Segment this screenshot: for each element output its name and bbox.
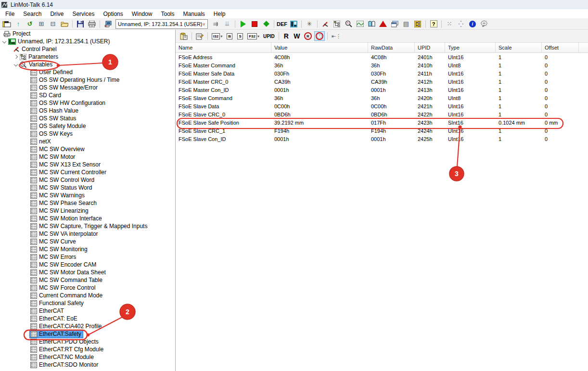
- format-f32-button[interactable]: F32▾: [246, 31, 261, 41]
- open-folder-icon[interactable]: [59, 19, 70, 29]
- tree-item-mc-sw-encoder-cam[interactable]: MC SW Encoder CAM: [0, 261, 175, 269]
- column-header-name[interactable]: Name: [176, 43, 271, 53]
- stop-icon[interactable]: [249, 19, 260, 29]
- menu-services[interactable]: Services: [68, 10, 99, 18]
- send-to-drive-icon[interactable]: ⇉: [210, 19, 221, 29]
- curves-icon[interactable]: [412, 19, 423, 29]
- tree-item-mc-sw-errors[interactable]: MC SW Errors: [0, 253, 175, 261]
- upid-button[interactable]: UPID: [262, 31, 276, 41]
- column-header-value[interactable]: Value: [271, 43, 368, 53]
- cyclic-read-icon[interactable]: 🕐: [314, 31, 325, 41]
- tree-item-os-sw-operating-hours-time[interactable]: OS SW Operating Hours / Time: [0, 76, 175, 84]
- table-row-fsoe-slave-crc-1[interactable]: FSoE Slave CRC_1F194hF194h2424hUInt1610: [176, 127, 588, 135]
- tree-item-variables[interactable]: Variables: [0, 61, 175, 68]
- save-icon[interactable]: [75, 19, 86, 29]
- tree-item-user-defined[interactable]: User Defined: [0, 68, 175, 76]
- paste-variable-icon[interactable]: [179, 31, 189, 41]
- tree-item-mc-sw-warnings[interactable]: MC SW Warnings: [0, 192, 175, 199]
- tree-item-mc-sw-force-control[interactable]: MC SW Force Control: [0, 284, 175, 292]
- menu-help[interactable]: Help: [209, 10, 230, 18]
- tree-item-netx[interactable]: netX: [0, 138, 175, 145]
- wizard-icon[interactable]: ✳: [304, 19, 315, 29]
- table-row-fsoe-slave-con-id[interactable]: FSoE Slave Con_ID0001h0001h2425hUInt1610: [176, 135, 588, 143]
- read-button[interactable]: R: [281, 31, 291, 41]
- tree-item-mc-sw-current-controller[interactable]: MC SW Current Controller: [0, 168, 175, 176]
- menu-window[interactable]: Window: [128, 10, 157, 18]
- write-button[interactable]: W: [292, 31, 302, 41]
- tree-item-ethercat-rt-cfg-module[interactable]: EtherCAT:RT Cfg Module: [0, 345, 175, 353]
- format-b-button[interactable]: B: [225, 31, 234, 41]
- table-row-fsoe-address[interactable]: FSoE Address4C08h4C08h2401hUInt1610: [176, 53, 588, 61]
- column-header-rawdata[interactable]: RawData: [368, 43, 415, 53]
- tree-item-os-sw-status[interactable]: OS SW Status: [0, 115, 175, 122]
- tree-item-ethercat-pdo-objects[interactable]: EtherCAT:PDO Objects: [0, 338, 175, 345]
- menu-search[interactable]: Search: [19, 10, 46, 18]
- tree-item-functional-safety[interactable]: Functional Safety: [0, 299, 175, 307]
- tree-item-mc-sw-curve[interactable]: MC SW Curve: [0, 238, 175, 245]
- tree-item-ethercat[interactable]: EtherCAT: [0, 307, 175, 315]
- offset-adjust-icon[interactable]: ⇤⋮: [330, 31, 343, 41]
- oscilloscope-icon[interactable]: [355, 19, 365, 29]
- import-icon[interactable]: ↑: [13, 19, 24, 29]
- tree-item-unnamed-ip-172-31-254-1-user[interactable]: Unnamed, IP: 172.31.254.1 (USER): [0, 38, 175, 45]
- network-config-icon[interactable]: ⁛: [456, 19, 466, 29]
- chevron-collapsed-icon[interactable]: [13, 55, 19, 58]
- tree-item-mc-sw-motion-interface[interactable]: MC SW Motion Interface: [0, 215, 175, 222]
- format-i32-button[interactable]: I32▾: [210, 31, 224, 41]
- tree-item-mc-sw-linearizing[interactable]: MC SW Linearizing: [0, 207, 175, 215]
- menu-drive[interactable]: Drive: [46, 10, 68, 18]
- read-once-icon[interactable]: R: [303, 31, 313, 41]
- table-row-fsoe-master-command[interactable]: FSoE Master Command36h36h2410hUInt810: [176, 61, 588, 69]
- format-s-button[interactable]: S: [235, 31, 245, 41]
- help-button[interactable]: ?: [428, 19, 439, 29]
- tree-item-mc-sw-x13-ext-sensor[interactable]: MC SW X13 Ext Sensor: [0, 161, 175, 168]
- export-icon[interactable]: ↺: [25, 19, 35, 29]
- chevron-expanded-icon[interactable]: [1, 40, 8, 43]
- tree-item-os-sw-keys[interactable]: OS SW Keys: [0, 130, 175, 138]
- tree-item-ethercat-eoe[interactable]: EtherCAT: EoE: [0, 315, 175, 322]
- info-icon[interactable]: i: [467, 19, 478, 29]
- tree-item-mc-sw-motor[interactable]: MC SW Motor: [0, 153, 175, 161]
- tree-item-ethercat-sdo-monitor[interactable]: EtherCAT:SDO Monitor: [0, 361, 175, 369]
- menu-manuals[interactable]: Manuals: [179, 10, 209, 18]
- edit-properties-icon[interactable]: [194, 31, 205, 41]
- table-row-fsoe-master-safe-data[interactable]: FSoE Master Safe Data030Fh030Fh2411hUInt…: [176, 69, 588, 77]
- tree-item-sd-card[interactable]: SD Card: [0, 91, 175, 99]
- tree-item-mc-sw-monitoring[interactable]: MC SW Monitoring: [0, 245, 175, 253]
- expand-all-icon[interactable]: ⊞: [36, 19, 47, 29]
- messages-icon[interactable]: [366, 19, 377, 29]
- column-header-type[interactable]: Type: [445, 43, 496, 53]
- tree-item-mc-sw-overview[interactable]: MC SW Overview: [0, 145, 175, 153]
- network-scan-icon[interactable]: ⁙: [444, 19, 455, 29]
- tree-item-mc-sw-va-interpolator[interactable]: MC SW VA interpolator: [0, 230, 175, 238]
- tree-item-control-panel[interactable]: Control Panel: [0, 45, 175, 53]
- online-icon[interactable]: [261, 19, 271, 29]
- tree-item-mc-sw-capture-trigger-mapped-inputs[interactable]: MC SW Capture, Trigger & Mapped Inputs: [0, 222, 175, 230]
- tree-item-mc-sw-command-table[interactable]: MC SW Command Table: [0, 276, 175, 284]
- start-icon[interactable]: [238, 19, 248, 29]
- tree-item-ethercat-cia402-profile[interactable]: EtherCAT:CiA402 Profile: [0, 322, 175, 330]
- print-icon[interactable]: [87, 19, 97, 29]
- table-row-fsoe-master-con-id[interactable]: FSoE Master Con_ID0001h0001h2413hUInt161…: [176, 86, 588, 94]
- tree-item-mc-sw-status-word[interactable]: MC SW Status Word: [0, 184, 175, 192]
- tree-item-ethercat-nc-module[interactable]: EtherCAT:NC Module: [0, 353, 175, 361]
- tree-item-os-sw-message-error[interactable]: OS SW Message/Error: [0, 84, 175, 91]
- tree-item-ethercat-safety[interactable]: EtherCAT:Safety: [0, 330, 175, 338]
- tree-item-os-safety-module[interactable]: OS Safety Module: [0, 122, 175, 130]
- new-project-icon[interactable]: [1, 19, 12, 29]
- tree-item-mc-sw-motor-data-sheet[interactable]: MC SW Motor Data Sheet: [0, 269, 175, 276]
- table-row-fsoe-slave-data[interactable]: FSoE Slave Data0C00h0C00h2421hUInt1610: [176, 102, 588, 110]
- table-row-fsoe-slave-safe-position[interactable]: FSoE Slave Safe Position39.2192 mm017Fh2…: [176, 118, 588, 127]
- menu-file[interactable]: File: [1, 10, 19, 18]
- table-row-fsoe-slave-crc-0[interactable]: FSoE Slave CRC_00BD6h0BD6h2422hUInt1610: [176, 110, 588, 118]
- tree-item-current-command-mode[interactable]: Current Command Mode: [0, 292, 175, 299]
- column-header-offset[interactable]: Offset: [542, 43, 579, 53]
- tree-item-os-sw-hw-configuration[interactable]: OS SW HW Configuration: [0, 99, 175, 107]
- collapse-all-icon[interactable]: ⊟: [48, 19, 58, 29]
- column-header-upid[interactable]: UPID: [415, 43, 445, 53]
- menu-tools[interactable]: Tools: [156, 10, 179, 18]
- windows-cascade-icon[interactable]: [389, 19, 400, 29]
- control-panel-open-icon[interactable]: [288, 19, 299, 29]
- tooltip-icon[interactable]: [479, 19, 489, 29]
- tree-item-mc-sw-control-word[interactable]: MC SW Control Word: [0, 176, 175, 184]
